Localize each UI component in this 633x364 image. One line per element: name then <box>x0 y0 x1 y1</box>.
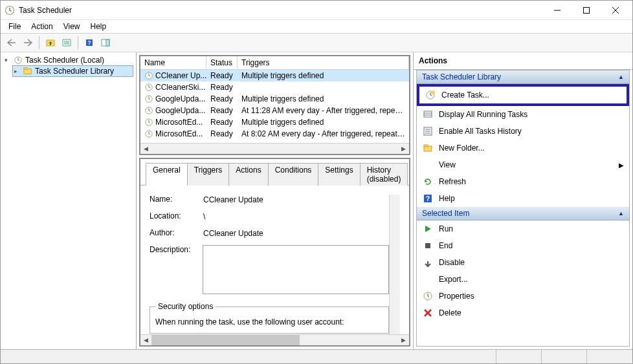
svg-rect-25 <box>424 111 432 117</box>
detail-hscrollbar[interactable]: ◀ ▶ <box>140 334 409 345</box>
menu-action[interactable]: Action <box>26 21 58 32</box>
menubar: File Action View Help <box>1 20 632 33</box>
label-name: Name: <box>150 195 196 204</box>
clock-icon <box>144 118 153 127</box>
app-icon <box>5 5 15 16</box>
action-display-all-running-tasks[interactable]: Display All Running Tasks <box>417 106 629 123</box>
action-label: Delete <box>439 308 624 317</box>
task-triggers: At 8:02 AM every day - After triggered, … <box>238 129 409 139</box>
tree-child-library[interactable]: ▸ Task Scheduler Library <box>12 65 133 77</box>
scroll-right-icon[interactable]: ▶ <box>398 335 409 346</box>
tree-expand-icon[interactable]: ▸ <box>14 68 21 74</box>
task-list: Name Status Triggers CCleaner Up...Ready… <box>139 55 410 155</box>
task-row[interactable]: CCleanerSki...Ready <box>140 81 409 93</box>
window-controls <box>542 1 630 19</box>
tab-settings[interactable]: Settings <box>318 163 360 186</box>
toolbar: ? <box>1 33 632 52</box>
refresh-icon <box>422 176 434 187</box>
status-cell <box>587 350 632 363</box>
tab-triggers[interactable]: Triggers <box>187 163 230 186</box>
scroll-right-icon[interactable]: ▶ <box>398 144 409 155</box>
minimize-button[interactable] <box>542 1 572 19</box>
action-delete[interactable]: Delete <box>417 305 629 321</box>
label-location: Location: <box>150 211 196 220</box>
action-help[interactable]: ?Help <box>417 190 629 207</box>
action-enable-all-tasks-history[interactable]: Enable All Tasks History <box>417 123 629 140</box>
action-label: Enable All Tasks History <box>439 127 624 136</box>
tree-root[interactable]: ▾ Task Scheduler (Local) <box>3 55 133 65</box>
folder-icon <box>23 67 32 76</box>
separator <box>78 36 78 49</box>
action-end[interactable]: End <box>417 237 629 254</box>
close-button[interactable] <box>601 1 630 19</box>
action-section-selected[interactable]: Selected Item ▲ <box>417 207 629 220</box>
up-button[interactable] <box>43 36 58 50</box>
header-status[interactable]: Status <box>206 56 238 69</box>
collapse-icon[interactable]: ▲ <box>618 74 624 80</box>
scroll-left-icon[interactable]: ◀ <box>140 335 151 346</box>
menu-file[interactable]: File <box>3 21 26 32</box>
horizontal-scrollbar[interactable]: ◀ ▶ <box>140 143 409 154</box>
collapse-icon[interactable]: ▲ <box>618 210 624 217</box>
tree-collapse-icon[interactable]: ▾ <box>5 57 11 63</box>
tab-history-disabled-[interactable]: History (disabled) <box>360 163 408 186</box>
clock-icon <box>144 129 153 138</box>
tree-child-label: Task Scheduler Library <box>35 67 114 76</box>
scroll-track[interactable] <box>151 335 398 345</box>
description-box[interactable] <box>203 245 389 294</box>
task-row[interactable]: MicrosoftEd...ReadyMultiple triggers def… <box>140 116 409 128</box>
scroll-track[interactable] <box>151 144 398 154</box>
tab-general[interactable]: General <box>146 163 188 186</box>
action-label: Help <box>439 194 624 203</box>
task-name: GoogleUpda... <box>140 94 206 104</box>
action-label: View <box>439 160 614 169</box>
tab-conditions[interactable]: Conditions <box>268 163 319 186</box>
action-run[interactable]: Run <box>417 220 629 237</box>
help-button[interactable]: ? <box>82 36 96 50</box>
scroll-left-icon[interactable]: ◀ <box>140 144 151 155</box>
clock-icon <box>144 71 153 80</box>
action-section-library[interactable]: Task Scheduler Library ▲ <box>417 70 629 84</box>
tab-actions[interactable]: Actions <box>228 163 268 186</box>
action-label: Create Task... <box>441 91 621 100</box>
separator <box>39 36 39 49</box>
action-create-task[interactable]: Create Task... <box>419 87 627 103</box>
vertical-scrollbar[interactable] <box>389 195 400 334</box>
task-row[interactable]: GoogleUpda...ReadyAt 11:28 AM every day … <box>140 105 409 116</box>
action-label: Refresh <box>439 177 624 186</box>
disable-icon <box>422 257 434 268</box>
task-triggers <box>238 87 409 88</box>
window: Task Scheduler File Action View Help ? ▾ <box>0 0 633 364</box>
action-export[interactable]: Export... <box>417 271 629 288</box>
actions-header: Actions <box>414 52 632 70</box>
status-cell <box>542 350 587 363</box>
action-disable[interactable]: Disable <box>417 254 629 271</box>
menu-view[interactable]: View <box>58 21 85 32</box>
detail-tabs: GeneralTriggersActionsConditionsSettings… <box>140 159 409 186</box>
end-icon <box>422 240 434 252</box>
properties-icon <box>422 290 434 302</box>
task-row[interactable]: MicrosoftEd...ReadyAt 8:02 AM every day … <box>140 128 409 140</box>
task-name: CCleaner Up... <box>140 70 206 81</box>
header-name[interactable]: Name <box>140 56 206 69</box>
task-status: Ready <box>206 129 238 139</box>
maximize-button[interactable] <box>572 1 601 19</box>
action-properties[interactable]: Properties <box>417 288 629 305</box>
task-row[interactable]: CCleaner Up...ReadyMultiple triggers def… <box>140 70 409 81</box>
task-row[interactable]: GoogleUpda...ReadyMultiple triggers defi… <box>140 93 409 105</box>
menu-help[interactable]: Help <box>85 21 112 32</box>
actions-pane: Actions Task Scheduler Library ▲ Create … <box>414 52 632 349</box>
action-refresh[interactable]: Refresh <box>417 173 629 190</box>
properties-button[interactable] <box>60 36 74 50</box>
action-view[interactable]: View▶ <box>417 156 629 173</box>
task-name: MicrosoftEd... <box>140 129 206 139</box>
forward-button[interactable] <box>21 36 35 50</box>
back-button[interactable] <box>5 36 19 50</box>
action-pane-button[interactable] <box>98 36 113 50</box>
header-triggers[interactable]: Triggers <box>238 56 409 69</box>
action-new-folder[interactable]: New Folder... <box>417 140 629 156</box>
action-label: Display All Running Tasks <box>439 110 624 119</box>
clock-icon <box>14 56 23 65</box>
body: ▾ Task Scheduler (Local) ▸ Task Schedule… <box>1 52 632 349</box>
task-headers: Name Status Triggers <box>140 56 409 70</box>
